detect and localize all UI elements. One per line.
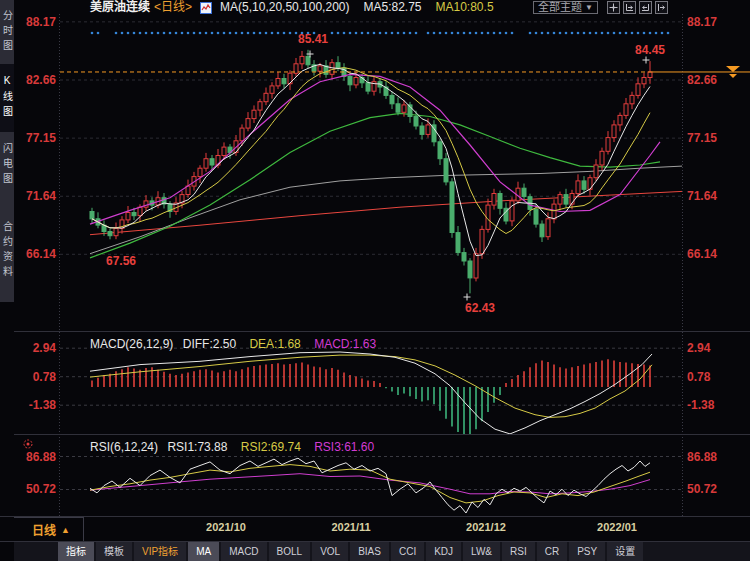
page-forward-icon[interactable]	[655, 1, 668, 14]
toolbar-item-12[interactable]: RSI	[502, 542, 535, 561]
toolbar-item-7[interactable]: VOL	[312, 542, 348, 561]
compress-x-icon[interactable]	[623, 1, 636, 14]
theme-selector-button[interactable]: 全部主题 ▼	[533, 1, 598, 14]
theme-selector-label: 全部主题	[538, 2, 582, 13]
triangle-up-icon: ▲	[61, 525, 70, 535]
toolbar-item-4[interactable]: MA	[188, 542, 219, 561]
macd-diff-value: DIFF:2.50	[183, 337, 236, 351]
topbar: 美原油连续 <日线> MA(5,10,20,50,100,200) MA5:82…	[14, 0, 750, 15]
toolbar-item-14[interactable]: PSY	[569, 542, 605, 561]
sidebar-tab-3[interactable]: 闪电图	[0, 132, 14, 199]
rsi2-value: RSI2:69.74	[241, 440, 301, 454]
chart-canvas[interactable]	[0, 0, 750, 561]
sidebar-tab-4[interactable]: 合约资料	[0, 199, 14, 302]
indicator-alert-icon[interactable]	[22, 436, 34, 454]
toolbar-item-1[interactable]: 指标	[58, 542, 94, 561]
sidebar-tab-2[interactable]: K线图	[0, 64, 14, 132]
period-selector-label: 日线	[32, 521, 56, 538]
symbol-name: 美原油连续	[90, 0, 150, 15]
kline-icon	[200, 2, 212, 14]
toolbar-item-15[interactable]: 设置	[607, 542, 643, 561]
toolbar-item-2[interactable]: 模板	[96, 542, 132, 561]
toolbar-item-8[interactable]: BIAS	[350, 542, 389, 561]
indicator-toolbar: 指标模板VIP指标MAMACDBOLLVOLBIASCCIKDJLW&RSICR…	[14, 542, 750, 561]
period-selector[interactable]: 日线 ▲	[14, 517, 84, 541]
toolbar-item-11[interactable]: LW&	[463, 542, 500, 561]
toolbar-item-5[interactable]: MACD	[221, 542, 266, 561]
rsi-params-label: RSI(6,12,24)	[90, 440, 158, 454]
chart-type-sidebar: 分时图K线图闪电图合约资料	[0, 0, 14, 302]
ma5-value: MA5:82.75	[363, 0, 421, 15]
macd-macd-value: MACD:1.63	[314, 337, 376, 351]
toolbar-item-6[interactable]: BOLL	[269, 542, 311, 561]
macd-panel-header[interactable]: MACD(26,12,9) DIFF:2.50 DEA:1.68 MACD:1.…	[90, 337, 376, 351]
expand-x-icon[interactable]	[639, 1, 652, 14]
ma10-value: MA10:80.5	[436, 0, 494, 15]
ma-settings-label[interactable]: MA(5,10,20,50,100,200)	[220, 0, 349, 15]
rsi3-value: RSI3:61.60	[314, 440, 374, 454]
period-tag[interactable]: <日线>	[154, 0, 192, 15]
sidebar-tab-1[interactable]: 分时图	[0, 0, 14, 64]
toolbar-item-9[interactable]: CCI	[391, 542, 424, 561]
crosshair-icon[interactable]	[607, 1, 620, 14]
kline-app-window: 美原油连续 <日线> MA(5,10,20,50,100,200) MA5:82…	[0, 0, 750, 561]
macd-params-label: MACD(26,12,9)	[90, 337, 173, 351]
rsi1-value: RSI1:73.88	[167, 440, 227, 454]
chevron-down-icon: ▼	[585, 2, 593, 13]
toolbar-item-10[interactable]: KDJ	[426, 542, 461, 561]
toolbar-item-13[interactable]: CR	[537, 542, 567, 561]
toolbar-item-3[interactable]: VIP指标	[134, 542, 186, 561]
macd-dea-value: DEA:1.68	[249, 337, 300, 351]
rsi-panel-header[interactable]: RSI(6,12,24) RSI1:73.88 RSI2:69.74 RSI3:…	[90, 440, 374, 454]
